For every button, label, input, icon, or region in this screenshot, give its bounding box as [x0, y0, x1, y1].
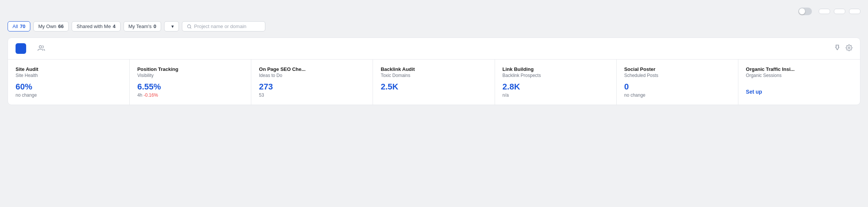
metric-value: 0: [624, 82, 730, 92]
metric-change: no change: [624, 93, 730, 98]
metric-setup-link[interactable]: Set up: [746, 89, 852, 95]
metrics-grid: Site Audit Site Health 60% no change Pos…: [8, 60, 860, 105]
metric-subtitle: Site Health: [16, 73, 122, 78]
gear-icon[interactable]: [846, 44, 852, 53]
metric-subtitle: Toxic Domains: [381, 73, 487, 78]
project-header-right: [834, 44, 852, 53]
metric-tool: Organic Traffic Insi...: [746, 66, 852, 72]
metric-tool: Social Poster: [624, 66, 730, 72]
search-input[interactable]: [194, 24, 260, 29]
users-icon: [38, 45, 45, 52]
metric-cell-2: On Page SEO Che... Ideas to Do 273 53: [251, 60, 373, 105]
metric-change-negative: -0.16%: [144, 93, 158, 98]
metric-subtitle: Visibility: [137, 73, 243, 78]
table-view-toggle-wrap: [798, 8, 815, 15]
project-logo: [16, 43, 26, 54]
svg-point-2: [39, 45, 41, 48]
metric-value: 6.55%: [137, 82, 243, 92]
metric-subtitle: Ideas to Do: [259, 73, 365, 78]
svg-point-3: [848, 47, 850, 49]
metric-tool: Backlink Audit: [381, 66, 487, 72]
filter-tab-label: My Own: [38, 24, 56, 29]
filter-tab-count: 66: [58, 24, 64, 29]
metric-tool: On Page SEO Che...: [259, 66, 365, 72]
project-header-left: [16, 43, 45, 54]
create-project-button[interactable]: [849, 9, 860, 14]
filter-tab-my-own[interactable]: My Own 66: [33, 21, 69, 31]
metric-cell-0: Site Audit Site Health 60% no change: [8, 60, 130, 105]
filter-tab-count: 0: [154, 24, 156, 29]
table-view-toggle[interactable]: [798, 8, 812, 15]
filter-tab-label: My Team's: [128, 24, 152, 29]
metric-change: 53: [259, 93, 365, 98]
metric-subtitle: Backlink Prospects: [503, 73, 609, 78]
metric-value: 2.5K: [381, 82, 487, 92]
filter-tab-all[interactable]: All 70: [8, 21, 30, 31]
metric-value: 2.8K: [503, 82, 609, 92]
metric-cell-3: Backlink Audit Toxic Domains 2.5K: [373, 60, 495, 105]
pin-icon[interactable]: [834, 44, 840, 53]
metric-cell-1: Position Tracking Visibility 6.55% 4h -0…: [130, 60, 251, 105]
metric-change: 4h -0.16%: [137, 93, 243, 98]
top-bar-right: [798, 8, 860, 15]
metric-change: n/a: [503, 93, 609, 98]
metric-cell-6: Organic Traffic Insi... Organic Sessions…: [738, 60, 860, 105]
filter-tab-team[interactable]: My Team's 0: [124, 21, 161, 31]
filter-tab-label: All: [13, 24, 18, 29]
svg-line-1: [190, 27, 191, 28]
metric-tool: Position Tracking: [137, 66, 243, 72]
metric-value: 273: [259, 82, 365, 92]
metric-subtitle: Scheduled Posts: [624, 73, 730, 78]
metric-change: no change: [16, 93, 122, 98]
metric-tool: Site Audit: [16, 66, 122, 72]
tags-dropdown[interactable]: ▾: [164, 21, 179, 31]
share-button[interactable]: [834, 9, 845, 14]
metric-subtitle: Organic Sessions: [746, 73, 852, 78]
metric-cell-4: Link Building Backlink Prospects 2.8K n/…: [495, 60, 617, 105]
filter-tab-count: 70: [20, 24, 25, 29]
chevron-down-icon: ▾: [171, 24, 174, 29]
search-box: [182, 21, 265, 31]
limits-button[interactable]: [819, 9, 830, 14]
metric-value: 60%: [16, 82, 122, 92]
filter-tab-shared[interactable]: Shared with Me 4: [72, 21, 121, 31]
metric-cell-5: Social Poster Scheduled Posts 0 no chang…: [617, 60, 738, 105]
search-icon: [187, 24, 192, 29]
filters-bar: All 70My Own 66Shared with Me 4My Team's…: [8, 21, 860, 31]
project-card: Site Audit Site Health 60% no change Pos…: [8, 38, 860, 105]
filter-tab-count: 4: [113, 24, 115, 29]
project-card-header: [8, 38, 860, 60]
metric-tool: Link Building: [503, 66, 609, 72]
top-bar: [8, 8, 860, 15]
filter-tab-label: Shared with Me: [77, 24, 111, 29]
